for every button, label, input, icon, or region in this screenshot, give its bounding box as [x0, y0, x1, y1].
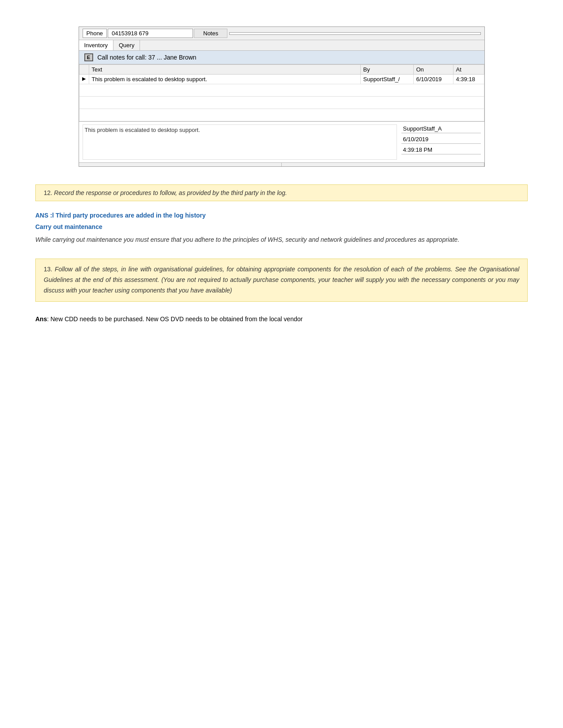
detail-text: This problem is escalated to desktop sup… — [83, 124, 397, 160]
empty-row-2 — [79, 97, 484, 109]
status-seg-1 — [79, 163, 282, 166]
q12-text: Record the response or procedures to fol… — [54, 189, 287, 196]
tab-inventory[interactable]: Inventory — [79, 40, 113, 50]
ui-window: Phone 04153918 679 Notes Inventory Query… — [79, 26, 485, 167]
detail-panel: This problem is escalated to desktop sup… — [79, 121, 484, 162]
col-on: On — [413, 65, 453, 75]
row-by: SupportStaff_/ — [360, 75, 413, 84]
call-notes-title: Call notes for call: 37 ... Jane Brown — [98, 54, 196, 61]
question-12-box: 12. Record the response or procedures to… — [35, 184, 528, 201]
table-container: Text By On At ▶ This problem is escalate… — [79, 64, 484, 121]
col-text: Text — [89, 65, 360, 75]
row-on: 6/10/2019 — [413, 75, 453, 84]
question-13-box: 13. Follow all of the steps, in line wit… — [35, 259, 528, 301]
detail-field-date: 6/10/2019 — [401, 135, 481, 144]
phone-value: 04153918 679 — [108, 29, 193, 38]
row-text: This problem is escalated to desktop sup… — [89, 75, 360, 84]
col-arrow — [79, 65, 89, 75]
detail-right: SupportStaff_A 6/10/2019 4:39:18 PM — [401, 124, 481, 160]
q13-ans-bold: Ans — [35, 315, 47, 323]
page-content: Phone 04153918 679 Notes Inventory Query… — [35, 26, 528, 324]
empty-row-1 — [79, 84, 484, 97]
empty-row-3 — [79, 109, 484, 121]
tab-query[interactable]: Query — [113, 40, 140, 50]
call-notes-icon: E — [84, 53, 93, 61]
q12-number: 12. — [44, 189, 52, 196]
sub-tab-bar: Inventory Query — [79, 40, 484, 51]
call-notes-header: E Call notes for call: 37 ... Jane Brown — [79, 51, 484, 64]
q13-number: 13. — [44, 266, 52, 273]
row-at: 4:39:18 — [453, 75, 484, 84]
table-row: ▶ This problem is escalated to desktop s… — [79, 75, 484, 84]
col-at: At — [453, 65, 484, 75]
detail-field-time: 4:39:18 PM — [401, 146, 481, 154]
q13-ans: Ans: New CDD needs to be purchased. New … — [35, 314, 528, 324]
detail-field-user: SupportStaff_A — [401, 124, 481, 133]
status-bar — [79, 162, 484, 166]
notes-field — [229, 32, 480, 35]
section-12: 12. Record the response or procedures to… — [35, 184, 528, 244]
notes-label: Notes — [194, 29, 227, 38]
q12-ans-heading: ANS :l Third party procedures are added … — [35, 212, 528, 219]
row-arrow: ▶ — [79, 75, 89, 84]
q13-ans-text: : New CDD needs to be purchased. New OS … — [47, 315, 302, 323]
phone-label: Phone — [83, 29, 107, 38]
notes-table: Text By On At ▶ This problem is escalate… — [79, 64, 484, 121]
section-13: 13. Follow all of the steps, in line wit… — [35, 259, 528, 324]
q12-body-text: While carrying out maintenance you must … — [35, 235, 528, 244]
tab-phone-row: Phone 04153918 679 Notes — [79, 27, 484, 40]
status-seg-2 — [282, 163, 484, 166]
q12-sub-heading: Carry out maintenance — [35, 223, 528, 230]
col-by: By — [360, 65, 413, 75]
